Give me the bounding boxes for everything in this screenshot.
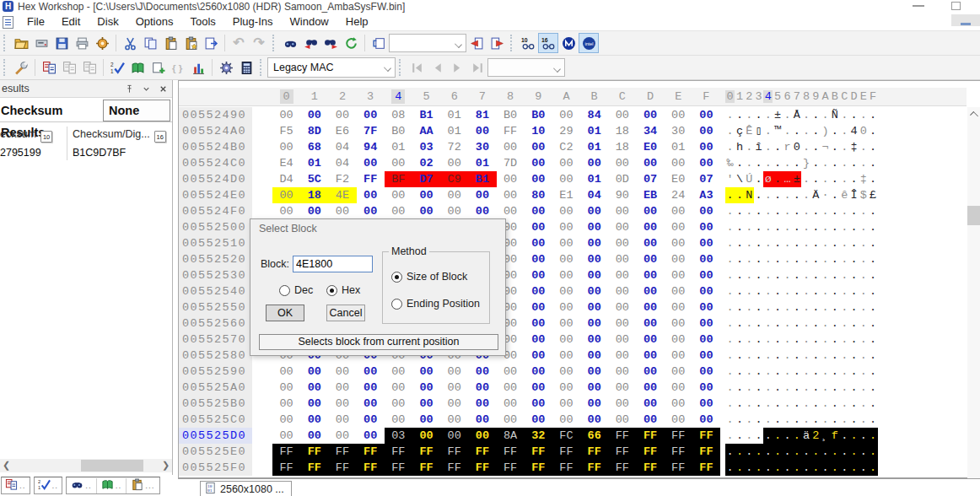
- ascii-char[interactable]: .: [801, 123, 810, 139]
- ascii-char[interactable]: .: [859, 315, 868, 332]
- ascii-char[interactable]: .: [821, 219, 830, 235]
- ascii-char[interactable]: .: [745, 444, 754, 460]
- copy-selection-icon[interactable]: [369, 33, 389, 53]
- hex-byte[interactable]: FF: [665, 460, 692, 476]
- ascii-char[interactable]: .: [763, 332, 773, 348]
- ascii-char[interactable]: .: [763, 315, 773, 332]
- ascii-char[interactable]: .: [840, 348, 849, 364]
- hex-byte[interactable]: 00: [440, 155, 468, 171]
- ascii-char[interactable]: .: [801, 396, 810, 412]
- ascii-char[interactable]: .: [811, 267, 821, 283]
- ascii-char[interactable]: .: [763, 139, 773, 155]
- hex-byte[interactable]: FF: [552, 444, 580, 460]
- hex-byte[interactable]: 01: [385, 139, 412, 155]
- block-input[interactable]: [293, 256, 373, 272]
- hex-byte[interactable]: 00: [580, 251, 608, 267]
- ascii-char[interactable]: .: [735, 364, 744, 380]
- ascii-char[interactable]: .: [754, 348, 763, 364]
- ascii-char[interactable]: .: [773, 460, 782, 476]
- hex-byte[interactable]: 72: [440, 139, 468, 155]
- ascii-char[interactable]: .: [792, 267, 801, 283]
- hex-byte[interactable]: 03: [412, 139, 440, 155]
- hex-col-header-E[interactable]: E: [665, 90, 692, 103]
- hex-byte[interactable]: FF: [580, 444, 608, 460]
- ascii-char[interactable]: .: [801, 460, 810, 476]
- ascii-char[interactable]: ¸: [821, 428, 830, 444]
- ascii-char[interactable]: .: [868, 171, 877, 187]
- find-next-button[interactable]: [320, 33, 341, 53]
- hex-col-header-4[interactable]: 4: [385, 90, 412, 103]
- ascii-char[interactable]: .: [868, 460, 877, 476]
- hex-byte[interactable]: 00: [440, 412, 468, 428]
- hex-byte[interactable]: 00: [608, 155, 636, 171]
- ascii-char[interactable]: .: [811, 332, 821, 348]
- ascii-char[interactable]: .: [830, 139, 839, 155]
- ascii-char[interactable]: .: [859, 283, 868, 299]
- hex-byte[interactable]: 00: [552, 299, 580, 315]
- hex-byte[interactable]: 30: [665, 123, 692, 139]
- hex-byte[interactable]: 00: [552, 251, 580, 267]
- hex-byte[interactable]: 03: [385, 428, 412, 444]
- ascii-char[interactable]: .: [745, 428, 754, 444]
- refresh-button[interactable]: [341, 33, 361, 53]
- hex-byte[interactable]: 00: [328, 412, 356, 428]
- hex-byte[interactable]: 00: [272, 139, 300, 155]
- hex-byte[interactable]: 04: [328, 139, 356, 155]
- ascii-char[interactable]: .: [783, 251, 792, 267]
- import-button[interactable]: [31, 33, 51, 53]
- ascii-char[interactable]: .: [725, 444, 735, 460]
- ascii-char[interactable]: .: [868, 235, 877, 251]
- ascii-char[interactable]: .: [792, 380, 801, 396]
- paste-special-button[interactable]: [180, 33, 201, 53]
- hex-byte[interactable]: 7D: [497, 155, 525, 171]
- column-header-checksum[interactable]: ecksum10: [0, 128, 52, 143]
- menu-tools[interactable]: Tools: [181, 13, 223, 30]
- hex-byte[interactable]: 00: [665, 235, 692, 251]
- hex-byte[interactable]: 00: [692, 396, 720, 412]
- hex-byte[interactable]: 00: [497, 187, 525, 203]
- ascii-char[interactable]: .: [773, 348, 782, 364]
- hex-byte[interactable]: 00: [636, 219, 664, 235]
- hex-byte[interactable]: 00: [300, 396, 328, 412]
- ascii-char[interactable]: .: [745, 219, 754, 235]
- ascii-char[interactable]: .: [859, 332, 868, 348]
- checksum-button[interactable]: 21: [107, 57, 127, 78]
- hex-byte[interactable]: 00: [580, 364, 608, 380]
- ascii-char[interactable]: .: [754, 299, 763, 315]
- ascii-char[interactable]: .: [840, 444, 849, 460]
- ascii-char[interactable]: .: [783, 203, 792, 219]
- ascii-char[interactable]: .: [868, 251, 877, 267]
- hex-byte[interactable]: FC: [552, 428, 580, 444]
- ascii-char[interactable]: Ê: [745, 123, 754, 139]
- ascii-char[interactable]: .: [783, 396, 792, 412]
- ascii-char[interactable]: .: [830, 123, 839, 139]
- ascii-char[interactable]: .: [754, 444, 763, 460]
- hex-byte[interactable]: E4: [272, 155, 300, 171]
- ascii-char[interactable]: .: [821, 364, 830, 380]
- ascii-char[interactable]: .: [735, 267, 744, 283]
- hex-byte[interactable]: 00: [552, 412, 580, 428]
- hex-byte[interactable]: 00: [665, 348, 692, 364]
- ascii-char[interactable]: .: [754, 171, 763, 187]
- ascii-char[interactable]: .: [783, 267, 792, 283]
- ascii-char[interactable]: 2: [811, 428, 821, 444]
- ascii-char[interactable]: .: [745, 396, 754, 412]
- ascii-char[interactable]: .: [754, 428, 763, 444]
- ascii-char[interactable]: N: [745, 187, 754, 203]
- ascii-char[interactable]: .: [859, 348, 868, 364]
- hex-byte[interactable]: 00: [636, 251, 664, 267]
- hex-byte[interactable]: 00: [665, 203, 692, 219]
- ascii-char[interactable]: .: [745, 155, 754, 171]
- ascii-char[interactable]: .: [792, 219, 801, 235]
- ascii-char[interactable]: .: [745, 380, 754, 396]
- print-button[interactable]: [72, 33, 92, 53]
- hex-byte[interactable]: FF: [525, 444, 552, 460]
- ascii-char[interactable]: .: [821, 251, 830, 267]
- ascii-char[interactable]: .: [811, 235, 821, 251]
- hex-byte[interactable]: 18: [300, 187, 328, 203]
- ascii-char[interactable]: .: [830, 155, 839, 171]
- toolbar-grip[interactable]: [510, 35, 515, 51]
- hex-byte[interactable]: 00: [580, 299, 608, 315]
- hex-byte[interactable]: FF: [608, 460, 636, 476]
- ascii-char[interactable]: .: [868, 107, 877, 123]
